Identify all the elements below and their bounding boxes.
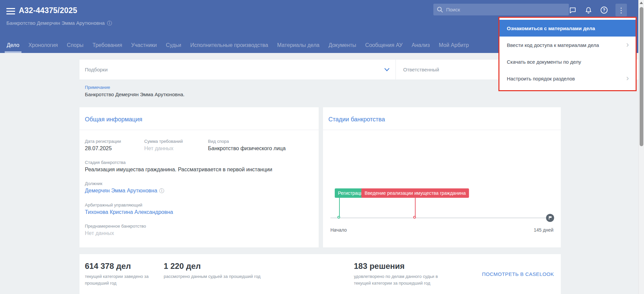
intentional-bankruptcy-field: Преднамеренное банкротство Нет данных	[85, 224, 313, 236]
arbitration-manager-field: Арбитражный управляющий Тихонова Кристин…	[85, 202, 313, 215]
chevron-down-icon	[384, 68, 389, 71]
timeline-marker-realization	[413, 216, 416, 219]
scrollbar-thumb[interactable]	[640, 7, 643, 146]
timeline-marker-registration	[337, 216, 340, 219]
header-actions: ? ⋮	[568, 3, 627, 17]
hamburger-menu-button[interactable]	[6, 8, 15, 14]
collections-dropdown[interactable]: Подборки	[79, 60, 396, 79]
tab-disputes[interactable]: Споры	[67, 38, 84, 53]
tab-analysis[interactable]: Анализ	[412, 38, 430, 53]
responsible-label: Ответственный	[403, 67, 439, 72]
tab-my-arbitr[interactable]: Мой Арбитр	[439, 38, 469, 53]
case-number-title: А32-44375/2025	[19, 6, 77, 15]
menu-item-download-all-documents[interactable]: Скачать все документы по делу	[499, 53, 636, 70]
bankruptcy-timeline: Регистрация дела Введение реализации иму…	[330, 188, 553, 233]
stat-judge-cases: 1 220 дел рассмотрено данным судьей за п…	[164, 261, 354, 280]
kebab-icon: ⋮	[618, 7, 625, 14]
scrollbar-up-arrow[interactable]	[640, 2, 643, 4]
tab-chronology[interactable]: Хронология	[29, 38, 58, 53]
tab-case[interactable]: Дело	[7, 38, 19, 53]
stages-title: Стадии банкротства	[328, 116, 555, 123]
cards-row: Общая информация Дата регистрации 28.07.…	[79, 107, 561, 247]
responsible-field[interactable]: Ответственный	[396, 60, 439, 79]
stage-badge-realization[interactable]: Введение реализации имущества гражданина	[361, 188, 469, 198]
bankruptcy-stage-field: Стадия банкротства Реализация имущества …	[85, 160, 313, 173]
collections-placeholder: Подборки	[85, 67, 108, 72]
svg-text:?: ?	[603, 8, 605, 12]
debtor-field: Должник Демерчян Эмма Арутюновнаⓘ	[85, 181, 313, 194]
arbitration-manager-link[interactable]: Тихонова Кристина Александровна	[85, 209, 173, 215]
question-icon: ?	[600, 6, 608, 14]
tab-enforcement-proceedings[interactable]: Исполнительные производства	[190, 38, 268, 53]
stat-judge-decisions: 183 решения удовлетворено по делам данно…	[354, 261, 482, 287]
chat-icon	[569, 6, 577, 14]
help-button[interactable]: ?	[600, 6, 608, 14]
search-box[interactable]	[433, 4, 569, 15]
claim-amount-field: Сумма требований Нет данных	[144, 139, 208, 152]
chevron-right-icon: ›	[626, 74, 629, 82]
notifications-button[interactable]	[584, 6, 593, 14]
tab-judges[interactable]: Судьи	[166, 38, 181, 53]
tab-documents[interactable]: Документы	[328, 38, 356, 53]
timeline-start-label: Начало	[330, 227, 347, 233]
search-input[interactable]	[446, 7, 566, 12]
case-subtitle-text: Банкротство Демерчян Эмма Арутюновна	[6, 20, 105, 26]
bankruptcy-stages-card: Стадии банкротства Регистрация дела Введ…	[323, 107, 561, 247]
note-text: Банкротство Демерчян Эмма Арутюновна.	[85, 92, 638, 97]
timeline-axis	[330, 218, 553, 218]
timeline-end-label: 145 дней	[534, 227, 553, 233]
registration-date-field: Дата регистрации 28.07.2025	[85, 139, 144, 152]
kebab-menu-button[interactable]: ⋮	[615, 4, 627, 16]
general-info-card: Общая информация Дата регистрации 28.07.…	[79, 107, 319, 247]
vertical-scrollbar[interactable]	[638, 0, 644, 294]
general-info-title: Общая информация	[85, 116, 313, 123]
bell-icon	[585, 6, 592, 14]
tab-au-messages[interactable]: Сообщения АУ	[365, 38, 402, 53]
menu-item-enter-access-code[interactable]: Ввести код доступа к материалам дела ›	[499, 37, 636, 53]
annotation-highlight-box: Ознакомиться с материалами дела Ввести к…	[498, 17, 637, 91]
flag-icon	[548, 216, 552, 220]
menu-item-configure-sections[interactable]: Настроить порядок разделов ›	[499, 70, 636, 87]
chevron-right-icon: ›	[626, 41, 629, 49]
hamburger-icon	[6, 8, 15, 9]
info-icon[interactable]: ⓘ	[159, 188, 164, 193]
tab-case-materials[interactable]: Материалы дела	[277, 38, 319, 53]
tab-participants[interactable]: Участники	[131, 38, 157, 53]
search-icon	[437, 6, 443, 13]
messages-button[interactable]	[568, 6, 577, 14]
stat-category-cases: 614 378 дел текущей категории заведено з…	[85, 261, 164, 287]
info-icon[interactable]: ⓘ	[107, 20, 112, 25]
judge-stats-bar: 614 378 дел текущей категории заведено з…	[79, 254, 561, 294]
dispute-type-field: Вид спора Банкротство физического лица	[208, 139, 286, 152]
case-subtitle: Банкротство Демерчян Эмма Арутюновна ⓘ	[6, 20, 112, 26]
caselook-link[interactable]: ПОСМОТРЕТЬ В CASELOOK	[482, 271, 554, 277]
app-window: А32-44375/2025 Банкротство Демерчян Эмма…	[0, 0, 644, 294]
debtor-link[interactable]: Демерчян Эмма Арутюновна	[85, 188, 157, 193]
case-actions-menu: Ознакомиться с материалами дела Ввести к…	[499, 18, 636, 90]
menu-item-view-case-materials[interactable]: Ознакомиться с материалами дела	[499, 20, 636, 37]
timeline-current-flag	[546, 214, 554, 222]
tab-claims[interactable]: Требования	[93, 38, 122, 53]
